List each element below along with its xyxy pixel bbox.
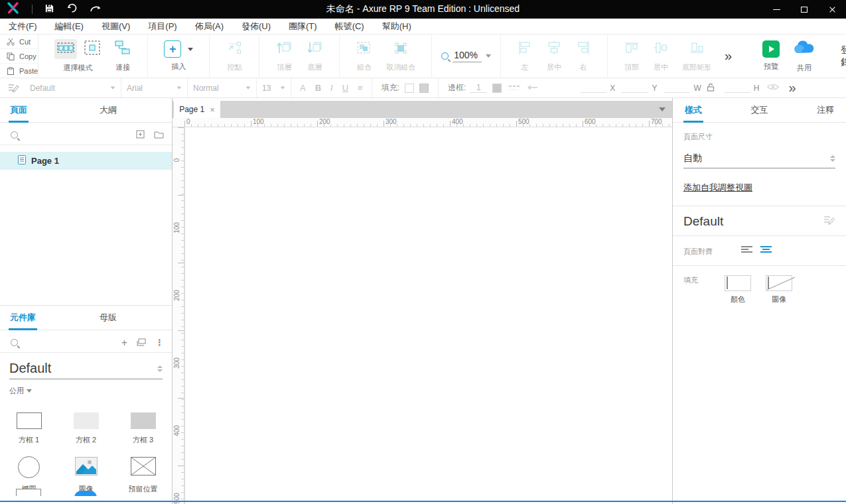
- component-box2[interactable]: 方框 2: [58, 400, 115, 449]
- pages-search-icon[interactable]: [11, 131, 18, 139]
- point-tool[interactable]: 控點: [219, 34, 249, 78]
- style-dropdown[interactable]: Default: [25, 78, 121, 97]
- page-align-center-icon[interactable]: [760, 245, 772, 257]
- library-group-common[interactable]: 公用: [9, 386, 172, 396]
- align-top-tool[interactable]: 頂部: [617, 34, 646, 78]
- tab-interaction[interactable]: 交互: [751, 104, 768, 116]
- canvas-area[interactable]: Page 1 × ⊕ 0 100 200 300 400 500 600 700…: [173, 98, 672, 504]
- border-color-swatch[interactable]: [492, 84, 502, 93]
- zoom-caret-icon[interactable]: [486, 54, 491, 58]
- format-more-icon[interactable]: »: [788, 80, 794, 95]
- canvas-tab-page1[interactable]: Page 1 ×: [174, 101, 220, 118]
- save-icon[interactable]: [44, 3, 54, 16]
- tab-close-icon[interactable]: ×: [210, 105, 215, 115]
- lock-ratio-icon[interactable]: [707, 83, 715, 94]
- tab-list-caret-icon[interactable]: [659, 107, 666, 111]
- menu-view[interactable]: 視圖(V): [102, 21, 130, 32]
- add-adaptive-views-link[interactable]: 添加自我調整視圖: [683, 182, 752, 194]
- fill-image-option[interactable]: 圖像: [766, 275, 792, 304]
- ungroup-tool[interactable]: 取消組合: [380, 34, 422, 78]
- menu-help[interactable]: 幫助(H): [382, 21, 411, 32]
- tab-notes[interactable]: 注釋: [817, 104, 834, 116]
- align-bottom-tool[interactable]: 底部矩形: [675, 34, 718, 78]
- align-right-tool[interactable]: 右: [569, 34, 598, 78]
- menu-file[interactable]: 文件(F): [9, 21, 37, 32]
- library-search-icon[interactable]: [11, 339, 18, 346]
- page-tree-item-page1[interactable]: Page 1: [0, 152, 172, 170]
- login-button[interactable]: 登錄: [841, 44, 846, 68]
- connect-tool[interactable]: 連接: [107, 34, 138, 78]
- y-field[interactable]: [622, 84, 648, 93]
- page-align-left-icon[interactable]: [740, 245, 753, 257]
- zoom-value[interactable]: 100%: [453, 50, 482, 62]
- bring-to-front-label: 頂層: [277, 62, 291, 72]
- fill-none-swatch[interactable]: [419, 84, 429, 93]
- insert-tool[interactable]: + 插入: [157, 34, 200, 78]
- align-left-tool[interactable]: 左: [510, 34, 539, 78]
- font-color-button[interactable]: A: [295, 83, 311, 93]
- menu-account[interactable]: 帳號(C): [335, 21, 364, 32]
- menu-project[interactable]: 項目(P): [148, 21, 176, 32]
- toolbar-more-tool[interactable]: »: [718, 34, 737, 78]
- bullet-list-button[interactable]: ≡: [353, 83, 368, 93]
- component-box1[interactable]: 方框 1: [1, 400, 58, 449]
- undo-icon[interactable]: [66, 3, 78, 16]
- redo-icon[interactable]: [90, 3, 102, 15]
- style-edit-icon[interactable]: [0, 78, 25, 97]
- library-select-spinner-icon: [157, 365, 163, 372]
- cut-button[interactable]: Cut: [0, 34, 38, 49]
- library-menu-icon[interactable]: ⋮: [155, 338, 164, 347]
- align-center-tool[interactable]: 居中: [539, 34, 569, 78]
- tab-style[interactable]: 樣式: [685, 104, 702, 116]
- select-intersect-icon[interactable]: [54, 39, 77, 59]
- insert-plus-icon[interactable]: +: [164, 40, 181, 58]
- arrow-style-icon[interactable]: [527, 84, 539, 93]
- bring-to-front-tool[interactable]: 頂層: [269, 34, 299, 78]
- weight-dropdown[interactable]: Normal: [188, 78, 257, 97]
- maximize-button[interactable]: [790, 0, 818, 19]
- button-component-partial[interactable]: [16, 489, 41, 496]
- tab-library[interactable]: 元件庫: [10, 312, 36, 324]
- border-style-icon[interactable]: [508, 84, 520, 93]
- edit-style-icon[interactable]: [823, 215, 835, 228]
- add-folder-icon[interactable]: [154, 129, 164, 141]
- add-page-icon[interactable]: [136, 129, 145, 141]
- group-tool[interactable]: 組合: [349, 34, 380, 78]
- menu-edit[interactable]: 編輯(E): [55, 21, 84, 32]
- w-field[interactable]: [664, 84, 690, 93]
- primary-button-component-partial[interactable]: [74, 491, 97, 496]
- h-field[interactable]: [724, 84, 750, 93]
- x-field[interactable]: [580, 84, 606, 93]
- copy-button[interactable]: Copy: [0, 49, 38, 64]
- fill-color-swatch[interactable]: [405, 84, 414, 93]
- visibility-eye-icon[interactable]: [767, 83, 779, 93]
- menu-publish[interactable]: 發佈(U): [242, 21, 271, 32]
- fill-color-option[interactable]: 顏色: [725, 275, 751, 304]
- italic-button[interactable]: I: [326, 83, 338, 93]
- underline-button[interactable]: U: [338, 83, 353, 93]
- size-dropdown[interactable]: 13: [257, 78, 291, 97]
- share-tool[interactable]: 共用: [786, 34, 822, 78]
- minimize-button[interactable]: [762, 0, 790, 19]
- menu-arrange[interactable]: 佈局(A): [195, 21, 224, 32]
- border-width-field[interactable]: 1: [470, 83, 487, 93]
- library-stack-icon[interactable]: [137, 337, 146, 349]
- font-dropdown[interactable]: Arial: [121, 78, 188, 97]
- tab-pages[interactable]: 頁面: [10, 104, 27, 116]
- select-contain-icon[interactable]: [84, 40, 101, 58]
- library-select[interactable]: Default: [9, 361, 163, 379]
- tab-masters[interactable]: 母版: [100, 312, 117, 324]
- send-to-back-tool[interactable]: 底層: [299, 34, 330, 78]
- close-button[interactable]: [818, 0, 846, 19]
- page-size-select[interactable]: 自動: [683, 153, 835, 168]
- align-middle-tool[interactable]: 居中: [646, 34, 675, 78]
- select-mode-tool[interactable]: 選擇模式: [48, 34, 107, 78]
- tab-outline[interactable]: 大綱: [100, 104, 117, 116]
- add-library-icon[interactable]: +: [121, 338, 127, 348]
- preview-tool[interactable]: 預覽: [756, 34, 786, 78]
- bold-button[interactable]: B: [311, 83, 326, 93]
- menu-team[interactable]: 團隊(T): [289, 21, 317, 32]
- insert-caret-icon[interactable]: [188, 48, 193, 51]
- paste-button[interactable]: Paste: [0, 64, 38, 78]
- component-box3[interactable]: 方框 3: [115, 400, 172, 449]
